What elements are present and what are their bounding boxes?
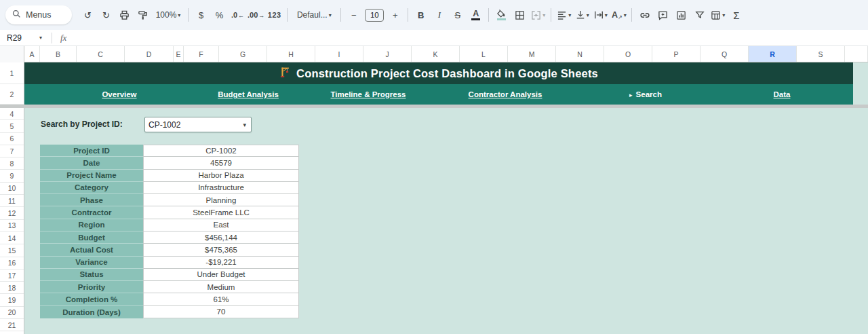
print-button[interactable] — [116, 6, 133, 24]
column-header-c[interactable]: C — [77, 46, 125, 62]
row-header-20[interactable]: 20 — [0, 307, 24, 319]
paint-format-button[interactable] — [134, 6, 151, 24]
row-header-14[interactable]: 14 — [0, 232, 24, 244]
nav-link-budget-analysis[interactable]: Budget Analysis — [218, 84, 279, 105]
text-color-button[interactable]: A — [467, 6, 484, 24]
insert-comment-button[interactable] — [654, 6, 671, 24]
text-rotation-button[interactable]: A↗ ▾ — [610, 6, 627, 24]
text-wrapping-button[interactable]: ▾ — [592, 6, 609, 24]
field-value[interactable]: 45579 — [143, 157, 299, 169]
frozen-rows-divider[interactable] — [0, 105, 868, 108]
italic-button[interactable]: I — [431, 6, 448, 24]
field-value[interactable]: SteelFrame LLC — [143, 206, 299, 219]
column-header-a[interactable]: A — [24, 46, 40, 62]
nav-link-contractor-analysis[interactable]: Contractor Analysis — [469, 84, 542, 105]
row-header-8[interactable]: 8 — [0, 157, 24, 170]
column-header-partial[interactable] — [845, 46, 868, 62]
field-value[interactable]: 70 — [143, 306, 299, 318]
row-header-11[interactable]: 11 — [0, 195, 24, 207]
row-header-7[interactable]: 7 — [0, 145, 24, 157]
field-value[interactable]: $456,144 — [143, 231, 299, 244]
row-header-6[interactable]: 6 — [0, 133, 24, 145]
format-percent-button[interactable]: % — [211, 6, 228, 24]
row-header-12[interactable]: 12 — [0, 207, 24, 219]
column-header-p[interactable]: P — [652, 46, 701, 62]
menus-search-pill[interactable]: Menus — [5, 5, 72, 24]
row-header-10[interactable]: 10 — [0, 183, 24, 195]
decrease-font-size-button[interactable]: − — [345, 6, 362, 24]
column-header-r-selected[interactable]: R — [749, 46, 797, 62]
column-header-j[interactable]: J — [363, 46, 412, 62]
insert-link-button[interactable] — [636, 6, 653, 24]
increase-font-size-button[interactable]: + — [387, 6, 403, 24]
column-header-k[interactable]: K — [412, 46, 460, 62]
field-value[interactable]: $475,365 — [143, 244, 299, 256]
nav-item-search-current[interactable]: ▸Search — [629, 84, 662, 105]
column-header-o[interactable]: O — [604, 46, 652, 62]
column-header-d[interactable]: D — [125, 46, 174, 62]
fill-color-button[interactable] — [493, 6, 510, 24]
column-header-b[interactable]: B — [40, 46, 77, 62]
project-id-dropdown[interactable]: CP-1002 ▾ — [144, 117, 252, 132]
font-size-input[interactable]: 10 — [365, 9, 384, 22]
strikethrough-button[interactable]: S — [449, 6, 466, 24]
insert-chart-button[interactable] — [673, 6, 690, 24]
name-box[interactable]: R29 — [0, 33, 39, 43]
nav-link-overview[interactable]: Overview — [102, 84, 136, 105]
nav-link-timeline-progress[interactable]: Timeline & Progress — [331, 84, 406, 105]
column-header-e[interactable]: E — [174, 46, 184, 62]
row-header-18[interactable]: 18 — [0, 282, 24, 294]
create-filter-button[interactable] — [691, 6, 708, 24]
bold-button[interactable]: B — [412, 6, 429, 24]
column-header-m[interactable]: M — [508, 46, 556, 62]
column-header-n[interactable]: N — [556, 46, 604, 62]
field-value[interactable]: Harbor Plaza — [143, 170, 299, 182]
column-header-l[interactable]: L — [460, 46, 508, 62]
row-header-1[interactable]: 1 — [0, 62, 24, 84]
undo-button[interactable]: ↺ — [79, 6, 96, 24]
column-header-f[interactable]: F — [184, 46, 219, 62]
select-all-corner[interactable] — [0, 46, 24, 62]
horizontal-align-button[interactable]: ▾ — [555, 6, 572, 24]
field-value[interactable]: Planning — [143, 194, 299, 206]
field-value[interactable]: 61% — [143, 293, 299, 305]
zoom-control[interactable]: 100% ▾ — [153, 6, 184, 24]
font-selector[interactable]: Defaul... ▾ — [292, 6, 336, 24]
column-header-s[interactable]: S — [797, 46, 845, 62]
row-header-15[interactable]: 15 — [0, 244, 24, 257]
row-header-16[interactable]: 16 — [0, 257, 24, 270]
field-value[interactable]: CP-1002 — [143, 145, 299, 157]
row-header-2[interactable]: 2 — [0, 84, 24, 105]
vertical-align-button[interactable]: ▾ — [574, 6, 591, 24]
row-header-19[interactable]: 19 — [0, 295, 24, 307]
column-header-q[interactable]: Q — [701, 46, 749, 62]
field-value[interactable]: Infrastructure — [143, 182, 299, 194]
chevron-down-icon[interactable]: ▾ — [39, 35, 49, 41]
field-value[interactable]: East — [143, 219, 299, 231]
row-header-4[interactable]: 4 — [0, 108, 24, 120]
divider — [52, 33, 52, 43]
row-header-5[interactable]: 5 — [0, 120, 24, 132]
table-views-button[interactable]: ▾ — [709, 6, 726, 24]
field-value[interactable]: Under Budget — [143, 269, 299, 281]
field-value[interactable]: -$19,221 — [143, 257, 299, 269]
format-currency-button[interactable]: $ — [193, 6, 210, 24]
nav-link-data[interactable]: Data — [774, 84, 791, 105]
column-header-g[interactable]: G — [219, 46, 267, 62]
increase-decimal-button[interactable]: .00→ — [248, 6, 264, 24]
column-header-h[interactable]: H — [267, 46, 315, 62]
field-value[interactable]: Medium — [143, 281, 299, 293]
functions-button[interactable]: Σ — [728, 6, 745, 24]
column-header-i[interactable]: I — [315, 46, 363, 62]
increase-decimal-icon: .00→ — [248, 11, 264, 19]
borders-button[interactable] — [511, 6, 528, 24]
row-header-9[interactable]: 9 — [0, 170, 24, 183]
decrease-decimal-button[interactable]: .0← — [229, 6, 246, 24]
more-formats-button[interactable]: 123 — [266, 6, 283, 24]
redo-button[interactable]: ↻ — [98, 6, 115, 24]
row-header-17[interactable]: 17 — [0, 270, 24, 282]
row-header-21[interactable]: 21 — [0, 319, 24, 331]
table-row: PriorityMedium — [40, 281, 299, 293]
sheet-canvas[interactable]: 1 2 4 5 6 7 8 9 10 11 12 13 14 15 16 17 … — [0, 62, 868, 334]
row-header-13[interactable]: 13 — [0, 220, 24, 232]
